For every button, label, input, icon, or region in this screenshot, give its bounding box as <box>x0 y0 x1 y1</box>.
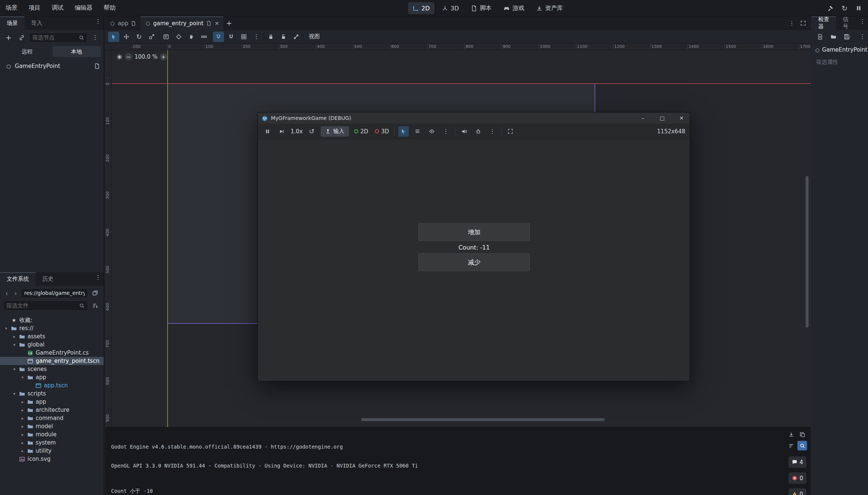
file-filter-input[interactable] <box>6 302 77 309</box>
camera-override-2d-button[interactable]: 2D <box>353 128 370 135</box>
chevron-right-icon[interactable]: ▸ <box>20 424 25 429</box>
build-button[interactable] <box>825 3 836 13</box>
workspace-3d-button[interactable]: 3D <box>437 2 464 14</box>
save-resource-button[interactable] <box>841 32 852 42</box>
scene-tab-app[interactable]: ○ app <box>105 16 140 30</box>
scene-dock-menu-button[interactable]: ⋮ <box>93 16 104 27</box>
chevron-right-icon[interactable]: ▸ <box>20 440 25 445</box>
inspector-dock-menu-button[interactable]: ⋮ <box>857 16 868 27</box>
workspace-2d-button[interactable]: 2D <box>408 2 434 14</box>
game-window-titlebar[interactable]: MyGFrameworkGame (DEBUG) – □ ✕ <box>258 113 690 124</box>
fs-item-global[interactable]: ▾ global <box>0 341 104 349</box>
property-filter[interactable]: 筛选属性 <box>812 56 868 69</box>
fs-item-gameentrypoint-cs[interactable]: C# GameEntryPoint.cs <box>0 349 104 357</box>
tab-import[interactable]: 导入 <box>25 16 49 30</box>
chevron-right-icon[interactable]: ▸ <box>20 416 25 421</box>
select-mode-button[interactable] <box>398 126 409 137</box>
fs-item-scenes[interactable]: ▾ scenes <box>0 365 104 373</box>
add-node-button[interactable]: + <box>3 32 14 43</box>
maximize-button[interactable]: □ <box>654 113 670 124</box>
fs-item-command[interactable]: ▸ command <box>0 414 104 422</box>
errors-badge[interactable]: 0 <box>788 472 806 484</box>
grid-snap-button[interactable] <box>226 32 237 42</box>
split-mode-button[interactable] <box>90 288 101 298</box>
allow-input-toggle[interactable]: 输入 <box>321 126 349 137</box>
scene-filter-input[interactable] <box>32 34 77 41</box>
workspace-game-button[interactable]: 游戏 <box>499 2 529 14</box>
scene-tree-menu-button[interactable]: ⋮ <box>90 32 101 43</box>
instance-scene-button[interactable] <box>16 32 27 43</box>
camera-override-3d-button[interactable]: 3D <box>373 128 391 135</box>
new-resource-button[interactable] <box>814 32 826 42</box>
visibility-button[interactable] <box>427 126 437 137</box>
fs-item-model[interactable]: ▸ model <box>0 422 104 430</box>
debugger-badge[interactable]: 4 <box>788 456 806 468</box>
new-scene-tab-button[interactable]: + <box>223 18 234 29</box>
remote-button[interactable]: 远程 <box>3 46 51 57</box>
scale-tool-button[interactable] <box>146 32 157 42</box>
center-view-icon[interactable] <box>116 54 123 60</box>
vertical-scrollbar[interactable] <box>806 176 809 328</box>
camera-options-button[interactable]: ⋮ <box>441 126 451 137</box>
chevron-right-icon[interactable]: ▸ <box>20 432 25 437</box>
zoom-in-button[interactable]: + <box>160 53 167 61</box>
pan-tool-button[interactable] <box>186 32 197 42</box>
debug-menu-button[interactable] <box>473 126 483 137</box>
reset-speed-button[interactable]: ↺ <box>307 126 317 137</box>
local-button[interactable]: 本地 <box>52 46 101 57</box>
mute-audio-button[interactable] <box>459 126 469 137</box>
restart-button[interactable]: ↻ <box>839 3 850 13</box>
list-mode-button[interactable] <box>412 126 423 137</box>
scroll-to-bottom-button[interactable] <box>786 430 796 439</box>
zoom-out-button[interactable]: − <box>125 53 132 61</box>
chevron-down-icon[interactable]: ▾ <box>12 342 17 347</box>
tab-filesystem[interactable]: 文件系统 <box>0 272 36 286</box>
more-options-button[interactable]: ⋮ <box>487 126 498 137</box>
filesystem-dock-menu-button[interactable]: ⋮ <box>93 272 104 283</box>
fs-item-scripts[interactable]: ▾ scripts <box>0 390 104 398</box>
view-menu-button[interactable]: 视图 <box>305 33 324 40</box>
fs-item-game-entry-point-tscn[interactable]: game_entry_point.tscn <box>0 357 104 365</box>
tab-history[interactable]: 历史 <box>36 272 60 286</box>
horizontal-scrollbar[interactable] <box>361 418 605 421</box>
chevron-right-icon[interactable]: ▸ <box>20 408 25 413</box>
open-script-icon[interactable] <box>94 63 100 69</box>
menu-help[interactable]: 帮助 <box>98 0 121 16</box>
chevron-right-icon[interactable]: ▸ <box>20 449 25 453</box>
workspace-script-button[interactable]: 脚本 <box>466 2 496 14</box>
decrease-button[interactable]: 减少 <box>418 253 530 271</box>
load-resource-button[interactable] <box>828 32 839 42</box>
nav-forward-button[interactable]: › <box>12 288 19 298</box>
fs-item-module[interactable]: ▸ module <box>0 430 104 439</box>
search-output-button[interactable] <box>797 441 807 450</box>
chevron-right-icon[interactable]: ▸ <box>12 334 17 339</box>
fs-item-system[interactable]: ▸ system <box>0 439 104 447</box>
menu-editor[interactable]: 编辑器 <box>69 0 98 16</box>
chevron-down-icon[interactable]: ▾ <box>12 367 17 372</box>
rotate-tool-button[interactable]: ↻ <box>133 32 145 42</box>
select-tool-button[interactable] <box>108 32 119 42</box>
fs-item-architecture[interactable]: ▸ architecture <box>0 406 104 414</box>
tab-signals[interactable]: 信号 <box>836 16 857 30</box>
fs-item-icon-svg[interactable]: icon.svg <box>0 455 104 463</box>
resource-options-button[interactable]: ⋮ <box>857 32 868 42</box>
menu-project[interactable]: 项目 <box>23 0 46 16</box>
close-tab-icon[interactable]: ✕ <box>215 20 219 26</box>
tab-inspector[interactable]: 检查器 <box>812 16 836 30</box>
suspend-button[interactable] <box>262 126 273 137</box>
next-frame-button[interactable] <box>276 126 287 137</box>
lock-button[interactable] <box>265 32 276 42</box>
fs-item-utility[interactable]: ▸ utility <box>0 447 104 455</box>
fs-item-favorites[interactable]: ★ 收藏: <box>0 316 104 324</box>
path-input[interactable] <box>24 290 85 296</box>
chevron-down-icon[interactable]: ▾ <box>20 375 25 380</box>
sort-files-button[interactable] <box>90 300 101 311</box>
chevron-right-icon[interactable]: ▸ <box>20 400 25 404</box>
fs-item-assets[interactable]: ▸ assets <box>0 332 104 341</box>
menu-scene[interactable]: 场景 <box>0 0 23 16</box>
game-viewport[interactable]: 增加 Count: -11 减少 <box>258 139 690 381</box>
speed-label[interactable]: 1.0x <box>291 128 303 135</box>
smart-snap-button[interactable] <box>213 32 224 42</box>
workspace-assetlib-button[interactable]: 资产库 <box>532 2 567 14</box>
chevron-down-icon[interactable]: ▾ <box>12 391 17 396</box>
